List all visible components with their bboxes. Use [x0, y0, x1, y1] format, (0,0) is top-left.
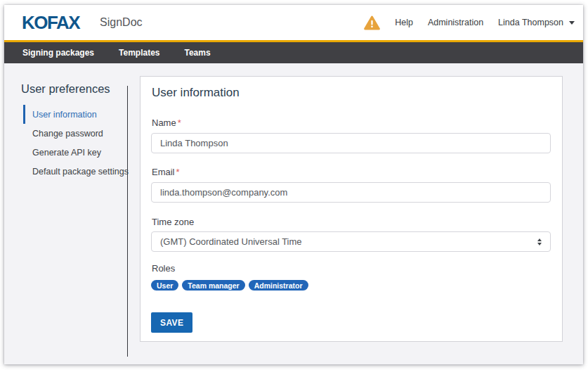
timezone-select[interactable]: (GMT) Coordinated Universal Time	[151, 231, 551, 252]
sidebar-item-user-information[interactable]: User information	[23, 105, 129, 124]
user-information-panel: User information Name* Email* Time zone …	[140, 76, 563, 342]
roles-badge-list: User Team manager Administrator	[151, 280, 308, 291]
chevron-down-icon	[569, 21, 575, 25]
main-nav: Signing packages Templates Teams	[4, 42, 583, 63]
nav-item-signing-packages[interactable]: Signing packages	[22, 48, 94, 58]
content-area: User preferences User information Change…	[4, 63, 583, 364]
sidebar-item-default-package-settings[interactable]: Default package settings	[23, 162, 129, 181]
help-link[interactable]: Help	[395, 18, 413, 27]
user-menu[interactable]: Linda Thompson	[498, 18, 575, 27]
administration-link[interactable]: Administration	[428, 18, 483, 27]
sidebar-title: User preferences	[21, 82, 110, 96]
header-actions: Help Administration Linda Thompson	[364, 15, 575, 30]
role-badge-administrator: Administrator	[249, 280, 308, 291]
kofax-logo: KOFAX	[22, 12, 79, 34]
roles-label: Roles	[152, 263, 175, 274]
panel-title: User information	[152, 86, 240, 100]
sidebar-divider	[127, 86, 128, 357]
sidebar-menu: User information Change password Generat…	[23, 105, 129, 181]
nav-item-templates[interactable]: Templates	[119, 48, 159, 58]
user-menu-label: Linda Thompson	[498, 18, 563, 27]
name-label: Name*	[152, 117, 181, 128]
name-field[interactable]	[151, 133, 551, 153]
timezone-label: Time zone	[152, 217, 194, 227]
role-badge-team-manager: Team manager	[182, 280, 244, 291]
timezone-selected-value: (GMT) Coordinated Universal Time	[160, 236, 302, 247]
email-field[interactable]	[151, 182, 551, 203]
nav-item-teams[interactable]: Teams	[185, 48, 211, 58]
role-badge-user: User	[151, 280, 178, 291]
required-marker: *	[178, 117, 181, 128]
app-window: KOFAX SignDoc Help Administration Linda …	[4, 5, 583, 364]
app-header: KOFAX SignDoc Help Administration Linda …	[4, 5, 583, 40]
save-button[interactable]: SAVE	[151, 312, 192, 333]
select-updown-icon	[537, 238, 542, 245]
email-label: Email*	[152, 167, 180, 177]
required-marker: *	[176, 167, 180, 177]
sidebar-item-change-password[interactable]: Change password	[23, 124, 129, 143]
sidebar-item-generate-api-key[interactable]: Generate API key	[23, 143, 129, 162]
warning-triangle-icon[interactable]	[364, 15, 380, 30]
product-name: SignDoc	[100, 16, 142, 29]
